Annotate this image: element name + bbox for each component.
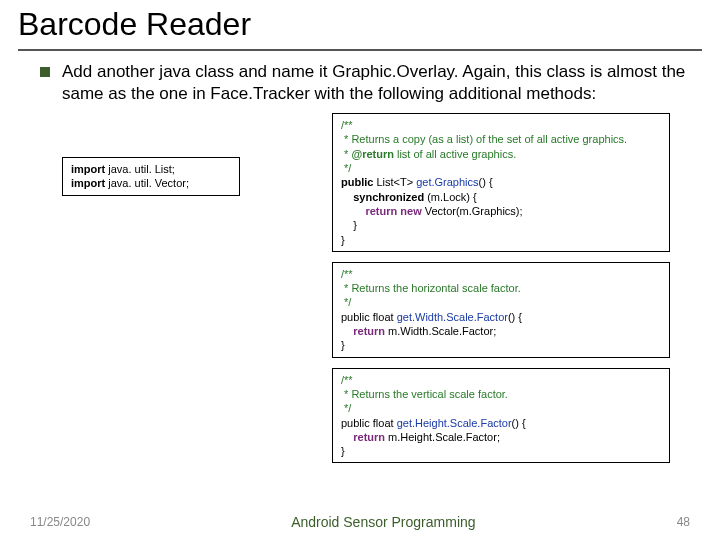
code-widthscale: /** * Returns the horizontal scale facto… (332, 262, 670, 358)
kw-import: import (71, 177, 105, 189)
page-title: Barcode Reader (0, 0, 720, 45)
code-text: } (341, 445, 345, 457)
comment: */ (341, 162, 351, 174)
bullet-item: Add another java class and name it Graph… (40, 61, 690, 105)
method-name: get.Width.Scale.Factor (397, 311, 508, 323)
import-line-2: java. util. Vector; (105, 177, 189, 189)
kw-return: return (341, 431, 385, 443)
footer: 11/25/2020 Android Sensor Programming 48 (0, 514, 720, 530)
code-text: m.Height.Scale.Factor; (385, 431, 500, 443)
code-imports: import java. util. List; import java. ut… (62, 157, 240, 196)
content-grid: import java. util. List; import java. ut… (62, 113, 690, 463)
footer-date: 11/25/2020 (30, 515, 90, 529)
method-name: get.Height.Scale.Factor (397, 417, 512, 429)
kw-synchronized: synchronized (341, 191, 424, 203)
slide: Barcode Reader Add another java class an… (0, 0, 720, 540)
comment: */ (341, 402, 351, 414)
slide-body: Add another java class and name it Graph… (0, 61, 720, 463)
comment: * Returns the horizontal scale factor. (341, 282, 521, 294)
code-text: () { (512, 417, 526, 429)
kw-return: return (341, 325, 385, 337)
comment: /** (341, 119, 353, 131)
code-text: } (341, 219, 357, 231)
comment: list of all active graphics. (394, 148, 516, 160)
code-text: (m.Lock) { (424, 191, 477, 203)
code-text: } (341, 339, 345, 351)
code-text: () { (508, 311, 522, 323)
comment: * (341, 148, 351, 160)
code-text: public float (341, 417, 397, 429)
code-getgraphics: /** * Returns a copy (as a list) of the … (332, 113, 670, 252)
left-column: import java. util. List; import java. ut… (62, 113, 312, 463)
kw-import: import (71, 163, 105, 175)
bullet-icon (40, 67, 50, 77)
comment: * Returns a copy (as a list) of the set … (341, 133, 627, 145)
comment: /** (341, 268, 353, 280)
right-column: /** * Returns a copy (as a list) of the … (332, 113, 670, 463)
code-text: List<T> (373, 176, 416, 188)
code-text: Vector(m.Graphics); (425, 205, 523, 217)
comment: * Returns the vertical scale factor. (341, 388, 508, 400)
code-text: public float (341, 311, 397, 323)
title-rule (18, 49, 702, 51)
code-text: m.Width.Scale.Factor; (385, 325, 496, 337)
slide-number: 48 (677, 515, 690, 529)
import-line-1: java. util. List; (105, 163, 175, 175)
footer-title: Android Sensor Programming (291, 514, 475, 530)
comment: /** (341, 374, 353, 386)
code-text: () { (479, 176, 493, 188)
kw-return: return new (341, 205, 425, 217)
bullet-text: Add another java class and name it Graph… (62, 61, 690, 105)
comment: */ (341, 296, 351, 308)
code-heightscale: /** * Returns the vertical scale factor.… (332, 368, 670, 464)
code-text: } (341, 234, 345, 246)
method-name: get.Graphics (416, 176, 478, 188)
kw-public: public (341, 176, 373, 188)
javadoc-tag: @return (351, 148, 394, 160)
